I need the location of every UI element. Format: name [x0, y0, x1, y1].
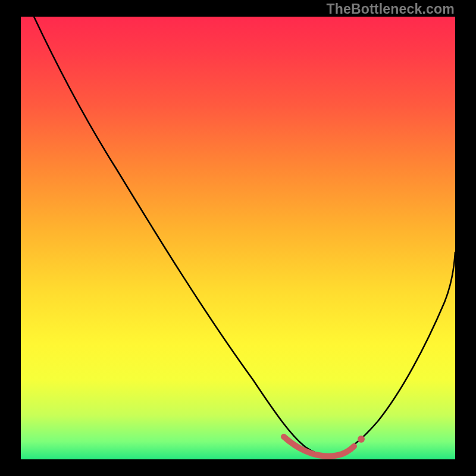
curve-overlay: [21, 17, 455, 459]
bottleneck-curve: [34, 17, 455, 455]
highlight-end-dot: [358, 436, 365, 443]
watermark-text: TheBottleneck.com: [326, 1, 455, 17]
highlight-segment: [284, 437, 354, 456]
chart-frame: TheBottleneck.com: [0, 0, 476, 476]
